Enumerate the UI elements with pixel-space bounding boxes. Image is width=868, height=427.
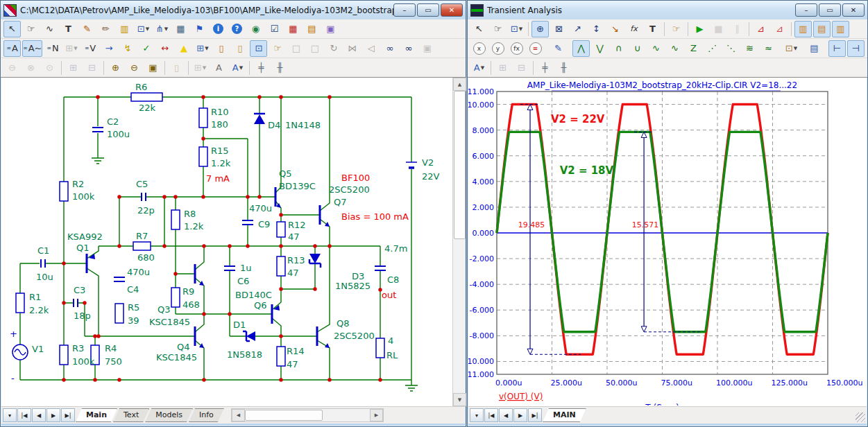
model-check-tool-icon[interactable]: ▦ bbox=[284, 21, 302, 37]
resistor-R6[interactable] bbox=[131, 93, 162, 101]
node-voltages-toggle-icon[interactable]: ∞V bbox=[81, 40, 99, 57]
diode-D4[interactable] bbox=[254, 114, 265, 124]
point-tag-mode-icon[interactable]: ↘ bbox=[606, 21, 624, 37]
resistor-R13[interactable] bbox=[277, 256, 285, 276]
wave-overlay-button-icon[interactable]: ≈ bbox=[760, 40, 777, 57]
tab-list-button[interactable]: ▾ bbox=[3, 408, 17, 422]
wire-diagonal-tool-icon[interactable]: ✏ bbox=[97, 21, 114, 37]
mirror-horizontal-tool-icon[interactable]: ⋈ bbox=[343, 40, 361, 57]
scroll-up-button[interactable]: ▲ bbox=[453, 78, 466, 91]
currents-toggle-icon[interactable]: → bbox=[100, 40, 117, 57]
peak-curve-button-icon[interactable]: ∩ bbox=[610, 40, 627, 57]
rise-button-icon[interactable]: ⋰ bbox=[704, 40, 721, 57]
properties-tool-icon[interactable]: ☞ bbox=[667, 21, 685, 37]
scale-mode-icon[interactable]: ⊕ bbox=[531, 21, 549, 37]
vscroll-thumb[interactable] bbox=[454, 91, 466, 239]
numeric-output-button-icon[interactable]: ▤ bbox=[806, 40, 823, 57]
split-horizontal-button-icon[interactable]: ╪ bbox=[253, 60, 270, 76]
resistor-R8[interactable] bbox=[171, 210, 180, 229]
diode-D1[interactable] bbox=[246, 331, 255, 341]
resistor-R14[interactable] bbox=[277, 347, 285, 366]
send-back-button-icon[interactable]: ⊟ bbox=[513, 60, 530, 76]
resistor-R5[interactable] bbox=[115, 304, 124, 323]
valley-marks-button-icon[interactable]: ⋁ bbox=[591, 40, 609, 57]
token-toggle-icon[interactable]: ⊿ bbox=[771, 21, 788, 37]
legend-vout[interactable]: v(OUT) (V) bbox=[499, 392, 543, 401]
tile-menu-icon[interactable]: ⊞▼ bbox=[192, 60, 209, 76]
schematic-canvas[interactable]: R622kC2100uR10180R151.2k7 mAD41N4148R210… bbox=[1, 77, 465, 406]
goto-tool-icon[interactable]: ▣ bbox=[418, 40, 436, 57]
select-box-mode-icon[interactable]: □ bbox=[287, 40, 305, 57]
tab-main[interactable]: MAIN bbox=[543, 408, 586, 422]
component-menu-icon[interactable]: ⊡▼ bbox=[508, 21, 525, 37]
warnings-toggle-icon[interactable]: ▲ bbox=[175, 40, 192, 57]
vertical-cursor-mode-icon[interactable]: ↕ bbox=[588, 21, 605, 37]
panel-three-toggle-icon[interactable]: ▥ bbox=[832, 21, 849, 37]
y-range-button-icon[interactable]: y bbox=[489, 40, 507, 57]
text-tool-icon[interactable]: T bbox=[60, 21, 77, 37]
find-tool-icon[interactable]: ∞ bbox=[400, 40, 417, 57]
restore-button[interactable]: ▭ bbox=[819, 3, 841, 17]
fall-button-icon[interactable]: ⋱ bbox=[722, 40, 740, 57]
page-icon-icon[interactable]: ▯ bbox=[212, 40, 230, 57]
close-button[interactable]: ✕ bbox=[842, 3, 865, 17]
tab-models[interactable]: Models bbox=[145, 408, 193, 422]
info-tool-icon[interactable]: i bbox=[210, 21, 227, 37]
conditions-toggle-icon[interactable]: ✓ bbox=[137, 40, 155, 57]
first-tab-button[interactable]: |◀ bbox=[484, 408, 498, 422]
text-tool-icon[interactable]: T bbox=[644, 21, 661, 37]
split-vertical-button-icon[interactable]: ╫ bbox=[271, 60, 289, 76]
node-numbers-toggle-icon[interactable]: ∞N bbox=[44, 40, 61, 57]
resistor-R15[interactable] bbox=[199, 147, 207, 166]
pan-tool-icon[interactable]: ☞ bbox=[22, 21, 40, 37]
resistor-R7[interactable] bbox=[133, 242, 151, 250]
first-tab-button[interactable]: |◀ bbox=[17, 408, 31, 422]
zoom-out-button-icon[interactable]: ⊖ bbox=[126, 60, 143, 76]
bus-tool-icon[interactable]: ▥ bbox=[116, 21, 133, 37]
resistor-R10[interactable] bbox=[199, 108, 207, 128]
pin-connections-toggle-icon[interactable]: ↔ bbox=[156, 40, 173, 57]
left-title-bar[interactable]: C:\MC12\DATA\Petrov\AMP_Like_Melodiya-10… bbox=[1, 1, 466, 19]
cursor-left-toggle-icon[interactable]: ⊢ bbox=[828, 40, 846, 57]
next-tab-button[interactable]: ▶ bbox=[513, 408, 527, 422]
diode-D3[interactable] bbox=[309, 254, 321, 263]
high-point-button-icon[interactable]: ∿ bbox=[647, 40, 665, 57]
minimize-button[interactable]: – bbox=[393, 3, 416, 17]
region-enable-tool-icon[interactable]: ▤ bbox=[303, 21, 321, 37]
wave-stack-button-icon[interactable]: ≋ bbox=[741, 40, 758, 57]
close-nav-button-icon[interactable]: ⊗ bbox=[22, 60, 40, 76]
sheet-icon-icon[interactable]: ▯ bbox=[231, 40, 248, 57]
page-view-button-icon[interactable]: ▯ bbox=[168, 60, 185, 76]
minimize-button[interactable]: – bbox=[795, 3, 817, 17]
next-tab-button[interactable]: ▶ bbox=[46, 408, 60, 422]
restore-button[interactable]: ▭ bbox=[417, 3, 439, 17]
panel-one-toggle-icon[interactable]: ▥ bbox=[794, 21, 812, 37]
annotation-tool-icon[interactable]: ⚑ bbox=[191, 21, 208, 37]
valley-curve-button-icon[interactable]: ∪ bbox=[629, 40, 646, 57]
resize-grip[interactable] bbox=[856, 412, 865, 422]
formula-tag-mode-icon[interactable]: fx bbox=[625, 21, 643, 37]
crosshatch-mode-icon[interactable]: ⊡ bbox=[250, 40, 267, 57]
select-tool-icon[interactable]: ↖ bbox=[470, 21, 488, 37]
low-point-button-icon[interactable]: ∿ bbox=[666, 40, 683, 57]
spreadsheet-tool-icon[interactable]: ▦ bbox=[172, 21, 189, 37]
bring-front-button-icon[interactable]: ⊞ bbox=[494, 60, 511, 76]
cursor-right-toggle-icon[interactable]: ⊣ bbox=[847, 40, 865, 57]
pause-button-icon[interactable]: ∥ bbox=[729, 21, 746, 37]
cursor-mode-icon[interactable]: ↗ bbox=[569, 21, 586, 37]
more-nav-button-icon[interactable]: ⊙ bbox=[41, 60, 58, 76]
tab-list-button[interactable]: ▾ bbox=[470, 408, 484, 422]
tab-text[interactable]: Text bbox=[113, 408, 149, 422]
rotate-tool-icon[interactable]: ↻ bbox=[325, 40, 342, 57]
back-nav-button-icon[interactable]: ⊖ bbox=[3, 60, 21, 76]
last-tab-button[interactable]: ▶| bbox=[61, 408, 75, 422]
font-color-menu-icon[interactable]: A▼ bbox=[470, 60, 488, 76]
x-range-button-icon[interactable]: x bbox=[470, 40, 488, 57]
send-back-button-icon[interactable]: ⊟ bbox=[83, 60, 101, 76]
properties-tool-icon[interactable]: ☞ bbox=[269, 40, 286, 57]
scroll-left-button[interactable]: ◀ bbox=[232, 409, 245, 421]
resistor-R1[interactable] bbox=[16, 293, 24, 313]
find-wave-tool-icon[interactable]: ∞ bbox=[381, 40, 398, 57]
graphics-tool-icon[interactable]: ✎ bbox=[78, 21, 96, 37]
hscroll-thumb[interactable] bbox=[245, 410, 323, 421]
